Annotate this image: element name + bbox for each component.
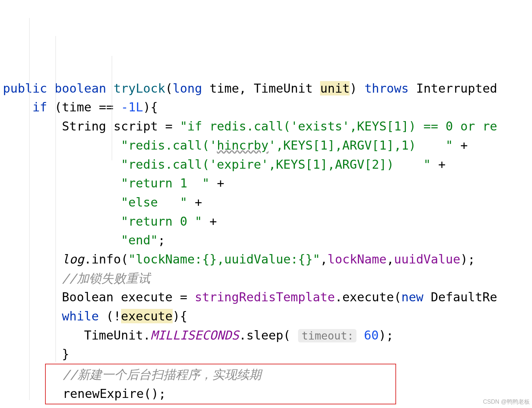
keyword-long: long [173,81,202,96]
string-literal: "if redis.call('exists',KEYS[1]) == 0 or… [180,119,497,133]
comment: //新建一个后台扫描程序，实现续期 [63,367,261,382]
code-line: "end"; [121,233,165,247]
string-literal: "redis.call(' [121,138,217,152]
string-literal: "lockName:{},uuidValue:{}" [128,252,320,266]
code-line: while (!execute){ [62,309,187,323]
highlighted-region: //新建一个后台扫描程序，实现续期 renewExpire(); [45,364,396,404]
keyword-public: public [3,81,47,96]
keyword-return: return [62,407,106,408]
literal: 60 [364,328,379,342]
field: stringRedisTemplate [195,290,335,304]
string-literal: ',KEYS[1],ARGV[1],1) " [269,138,453,152]
keyword-true: true [114,407,143,408]
indent-guide [56,36,56,362]
code-viewer: public boolean tryLock(long time, TimeUn… [0,0,532,408]
string-literal-typo: hincrby [217,138,269,152]
code-line: public boolean tryLock(long time, TimeUn… [3,81,497,96]
string-literal: "redis.call('expire',KEYS[1],ARGV[2]) " [121,157,431,172]
param-unit: unit [320,81,350,96]
field: lockName [328,252,387,266]
method-name: tryLock [114,81,165,96]
code-line: "return 0 " + [121,214,217,229]
code-line: "redis.call('expire',KEYS[1],ARGV[2]) " … [121,157,446,172]
string-literal: "return 1 " [121,176,210,190]
code-line: return true; [62,407,151,408]
code-line: String script = "if redis.call('exists',… [62,119,497,133]
comment: //加锁失败重试 [62,271,150,285]
code-line: log.info("lockName:{},uuidValue:{}",lock… [62,252,475,266]
keyword-if: if [32,100,47,114]
code-line: if (time == -1L){ [32,100,158,114]
code-line: //新建一个后台扫描程序，实现续期 [48,367,394,382]
string-literal: "else " [121,195,187,209]
code-line: renewExpire(); [48,386,166,401]
code-line: "return 1 " + [121,176,225,190]
keyword-throws: throws [364,81,409,96]
method-call: renewExpire(); [63,386,166,401]
keyword-while: while [62,309,99,323]
string-literal: "end" [121,233,158,247]
code-line: "redis.call('hincrby',KEYS[1],ARGV[1],1)… [121,138,468,152]
code-line: "else " + [121,195,202,209]
keyword-boolean: boolean [54,81,106,96]
close-brace: } [62,347,69,361]
field-log: log [62,252,84,266]
string-literal: "return 0 " [121,214,202,229]
code-line: Boolean execute = stringRedisTemplate.ex… [62,290,497,304]
indent-guide [29,18,30,400]
const-milliseconds: MILLISECONDS [150,328,239,342]
code-line: TimeUnit.MILLISECONDS.sleep( timeout: 60… [84,328,394,342]
keyword-new: new [401,290,423,304]
field: uuidValue [394,252,460,266]
literal: -1L [121,100,143,114]
var-execute: execute [121,309,173,323]
watermark: CSDN @鸭鸭老板 [483,398,530,407]
param-hint: timeout: [298,329,357,342]
indent-guide [112,56,112,160]
